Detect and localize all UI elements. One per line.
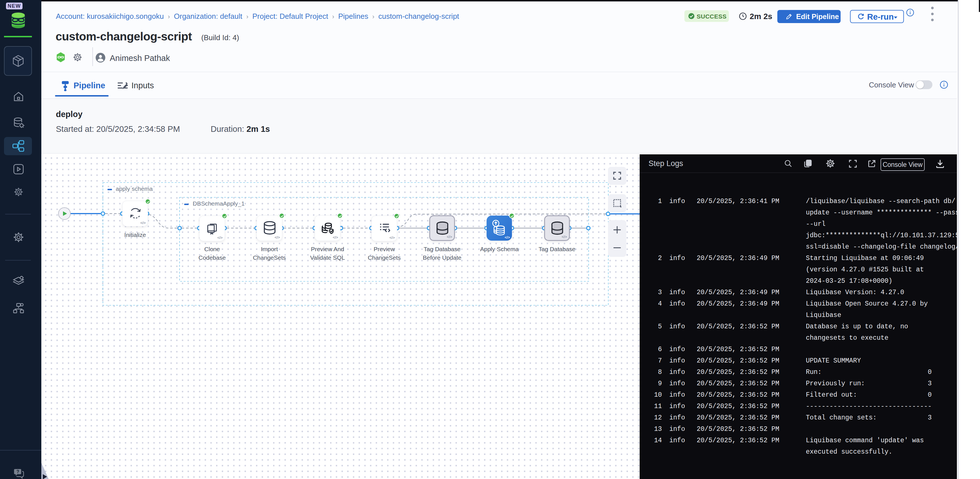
svg-text:?: ? [16,469,19,474]
